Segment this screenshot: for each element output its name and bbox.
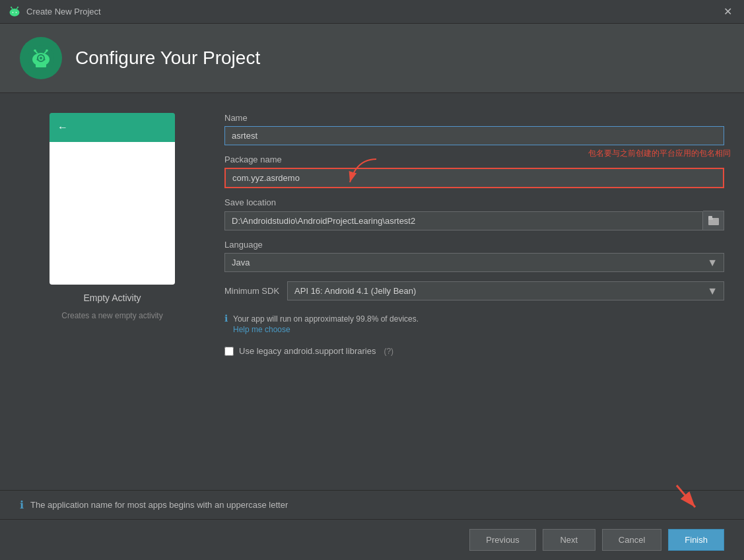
info-text-after: of devices. [378, 314, 419, 324]
package-input[interactable] [224, 168, 724, 188]
legacy-checkbox-label: Use legacy android.support libraries [239, 346, 376, 356]
header-icon [20, 37, 62, 79]
window-title: Create New Project [26, 7, 101, 17]
info-text-before: Your app will run on approximately [233, 314, 356, 324]
language-select-wrapper: Java Kotlin ▼ [224, 253, 724, 272]
info-percentage: 99.8% [356, 314, 378, 324]
annotation-arrow-icon [343, 156, 383, 189]
main-content: ← Empty Activity Creates a new empty act… [0, 93, 744, 490]
min-sdk-select[interactable]: API 16: Android 4.1 (Jelly Bean) API 21:… [287, 281, 724, 300]
info-content: Your app will run on approximately 99.8%… [233, 312, 419, 334]
language-label: Language [224, 240, 724, 250]
finish-button[interactable]: Finish [668, 529, 724, 551]
android-icon [8, 5, 21, 18]
svg-point-6 [17, 6, 18, 7]
legacy-checkbox[interactable] [224, 347, 234, 356]
help-link[interactable]: Help me choose [233, 325, 419, 334]
folder-icon [708, 216, 719, 225]
svg-rect-21 [708, 216, 712, 219]
language-select[interactable]: Java Kotlin [224, 253, 724, 272]
svg-point-0 [10, 9, 20, 17]
svg-point-13 [34, 50, 36, 52]
min-sdk-label: Minimum SDK [224, 286, 279, 296]
cancel-button[interactable]: Cancel [602, 529, 661, 551]
phone-preview: ← [50, 113, 175, 285]
package-group: Package name 包名要与之前创建的平台应用的包名相同 [224, 155, 724, 188]
save-location-input-row [224, 211, 724, 230]
info-icon: ℹ [224, 313, 228, 324]
activity-description: Creates a new empty activity [61, 311, 162, 320]
title-bar-left: Create New Project [8, 5, 101, 18]
svg-point-17 [40, 57, 42, 59]
browse-button[interactable] [703, 211, 724, 230]
right-panel: Name Package name 包名要与之前创建的平台应用的包名相同 [224, 113, 724, 483]
save-location-group: Save location [224, 197, 724, 230]
activity-label: Empty Activity [83, 293, 141, 303]
save-location-label: Save location [224, 197, 724, 207]
min-sdk-row: Minimum SDK API 16: Android 4.1 (Jelly B… [224, 281, 724, 300]
close-button[interactable]: ✕ [720, 4, 736, 19]
svg-rect-15 [36, 63, 46, 67]
svg-point-1 [13, 12, 14, 13]
page-title: Configure Your Project [75, 48, 260, 69]
checkbox-help-icon[interactable]: (?) [384, 347, 393, 356]
left-panel: ← Empty Activity Creates a new empty act… [20, 113, 205, 483]
back-arrow-icon: ← [57, 122, 68, 133]
svg-point-5 [11, 6, 12, 7]
warning-text: The application name for most apps begin… [30, 500, 288, 510]
header: Configure Your Project [0, 24, 744, 93]
phone-body [50, 142, 175, 285]
title-bar: Create New Project ✕ [0, 0, 744, 24]
bottom-warning: ℹ The application name for most apps beg… [0, 490, 744, 519]
previous-button[interactable]: Previous [469, 529, 536, 551]
phone-top-bar: ← [50, 113, 175, 142]
svg-point-2 [16, 12, 17, 13]
language-group: Language Java Kotlin ▼ [224, 240, 724, 272]
package-annotation: 包名要与之前创建的平台应用的包名相同 [588, 148, 731, 159]
name-input[interactable] [224, 126, 724, 145]
next-button[interactable]: Next [543, 529, 595, 551]
svg-point-14 [46, 50, 48, 52]
android-header-icon [28, 45, 54, 71]
save-location-input[interactable] [224, 211, 703, 230]
info-box: ℹ Your app will run on approximately 99.… [224, 312, 724, 334]
min-sdk-select-wrapper: API 16: Android 4.1 (Jelly Bean) API 21:… [287, 281, 724, 300]
name-group: Name [224, 113, 724, 145]
name-label: Name [224, 113, 724, 123]
legacy-checkbox-row: Use legacy android.support libraries (?) [224, 346, 724, 356]
warning-icon: ℹ [20, 499, 24, 511]
footer: Previous Next Cancel Finish [0, 519, 744, 560]
